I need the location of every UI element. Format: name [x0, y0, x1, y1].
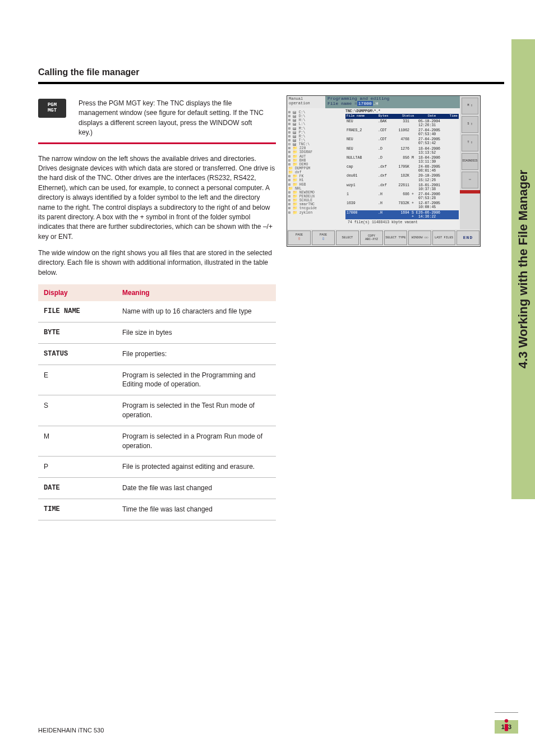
file-row: NULLTAB.D856M18-04-2006 13:11:30 [345, 155, 459, 164]
hdr-name: File name [347, 114, 365, 118]
file-cell: .dxf [378, 174, 395, 182]
sidebar-slot: S ▯ [462, 116, 478, 133]
display-cell: STATUS [38, 343, 117, 365]
table-row: PFile is protected against editing and e… [38, 457, 276, 478]
file-cell: 05-10-2004 12:26:31 [418, 119, 458, 127]
file-cell: 1639 [347, 201, 378, 209]
meaning-cell: File is protected against editing and er… [117, 457, 276, 478]
tree-item: ⊞ 🖴 P:\ [288, 131, 343, 135]
shot-sub-ext: .H [373, 101, 379, 106]
file-cell [412, 183, 418, 191]
shot-path: TNC:\DUMPPGM\*.* [345, 109, 459, 113]
shot-title-bar: Programming and editing File name =17000… [325, 96, 460, 108]
table-row: FILE NAMEName with up to 16 characters a… [38, 301, 276, 322]
display-cell: BYTE [38, 322, 117, 344]
file-cell: .dxf [378, 183, 395, 191]
hdr-time: Time [450, 114, 458, 118]
display-cell: P [38, 457, 117, 478]
file-cell [412, 119, 418, 127]
display-cell: S [38, 395, 117, 426]
meaning-cell: Program is selected in a Program Run mod… [117, 426, 276, 457]
file-row: 17000.H1694S E +26-06-2006 14:36:22 [345, 210, 459, 219]
shot-vacant: 74 file(s) 11488413 kbyte vacant [345, 219, 459, 225]
sidebar-red-indicator [460, 190, 480, 193]
file-cell: cap [347, 165, 378, 173]
file-cell: 1694 [395, 211, 412, 219]
tree-item: ⊞ 📁 3DGRAF [288, 150, 343, 154]
sidebar-slot: T ▯ [462, 135, 478, 151]
softkey: WINDOW ▭▭ [408, 231, 431, 245]
tree-item: ⊞ 📁 tncguide [288, 206, 343, 210]
softkey: LAST FILES [432, 231, 455, 245]
key-description: Press the PGM MGT key: The TNC displays … [79, 99, 266, 138]
file-cell: 18-04-2006 13:11:30 [418, 156, 458, 164]
body-para-2: The wide window on the right shows you a… [38, 248, 276, 278]
file-cell: 182K [395, 174, 412, 182]
file-cell [412, 174, 418, 182]
table-row: BYTEFile size in bytes [38, 322, 276, 344]
file-cell: FRAES_2 [347, 128, 378, 136]
tnc-screenshot: Manual operation Programming and editing… [287, 95, 481, 247]
shot-sub-hl: 17000 [357, 101, 373, 106]
file-cell: 4768 [395, 137, 412, 145]
tree-item: ⊞ 🖴 M:\ [288, 127, 343, 131]
table-row: EProgram is selected in the Programming … [38, 365, 276, 395]
file-cell: .H [378, 192, 395, 200]
file-cell: NULLTAB [347, 156, 378, 164]
section-heading: Calling the file manager [38, 67, 504, 77]
file-cell: 1276 [395, 147, 412, 155]
table-row: SProgram is selected in the Test Run mod… [38, 395, 276, 426]
shot-sub-prefix: File name = [328, 101, 357, 106]
file-cell: NEU [347, 137, 378, 145]
table-row: STATUSFile properties: [38, 343, 276, 365]
footer-left: HEIDENHAIN iTNC 530 [38, 727, 104, 734]
red-rule [38, 142, 276, 144]
info-icon-wrap [495, 712, 518, 737]
shot-right-sidebar: M ▯S ▯T ▯DIAGNOSIS▭ [460, 96, 480, 229]
meaning-cell: File properties: [117, 343, 276, 365]
shot-file-header: File name Bytes Status Date Time [345, 114, 459, 119]
file-cell: .dxf [378, 165, 395, 173]
file-row: deu01.dxf182K20-10-2005 15:12:26 [345, 173, 459, 182]
softkey: COPY ABC→XYZ [360, 231, 383, 245]
heading-rule [38, 82, 504, 84]
file-cell: .D [378, 147, 395, 155]
file-row: 1639.H7832K+12-07-2005 10:00:45 [345, 201, 459, 210]
file-cell: 27-04-2006 07:53:28 [418, 192, 458, 200]
file-cell: 1705K [395, 165, 412, 173]
file-cell [412, 165, 418, 173]
tree-item: ⊞ 📁 HGB [288, 183, 343, 187]
meaning-cell: Program is selected in the Programming a… [117, 365, 276, 395]
file-row: FRAES_2.CDT1106227-04-2005 07:53:40 [345, 128, 459, 137]
file-cell: 18-01-2001 10:37:38 [418, 183, 458, 191]
shot-mode: Manual operation [287, 96, 325, 108]
file-row: NEU.D127618-04-2006 13:13:52 [345, 146, 459, 155]
file-cell: 11062 [395, 128, 412, 136]
file-row: NEU.BAK33105-10-2004 12:26:31 [345, 119, 459, 128]
display-cell: M [38, 426, 117, 457]
body-para-1: The narrow window on the left shows the … [38, 154, 276, 242]
softkey: SELECT [336, 231, 359, 245]
sidebar-slot: ▭ [462, 172, 478, 188]
tree-item: ⊞ 📁 NEWDEMO [288, 191, 343, 195]
file-row: wzp1.dxf2261118-01-2001 10:37:38 [345, 183, 459, 192]
file-cell: 27-04-2005 07:53:40 [418, 128, 458, 136]
display-cell: FILE NAME [38, 301, 117, 322]
file-cell: 22611 [395, 183, 412, 191]
file-cell: wzp1 [347, 183, 378, 191]
file-cell: NEU [347, 147, 378, 155]
meaning-cell: Date the file was last changed [117, 478, 276, 499]
file-cell: 1 [347, 192, 378, 200]
file-cell: 686 [395, 192, 412, 200]
file-cell: .H [378, 201, 395, 209]
display-cell: TIME [38, 499, 117, 520]
tree-item: ⊞ 📁 H1 [288, 178, 343, 182]
shot-softkeys: PAGE⇧PAGE⇩SELECTCOPY ABC→XYZSELECT TYPEW… [287, 229, 480, 246]
table-row: DATEDate the file was last changed [38, 478, 276, 499]
shot-files: TNC:\DUMPPGM\*.* File name Bytes Status … [344, 108, 460, 229]
meaning-cell: Name with up to 16 characters and file t… [117, 301, 276, 322]
file-cell: NEU [347, 119, 378, 127]
file-cell: 12-07-2005 10:00:45 [418, 201, 458, 209]
file-cell: 18-04-2006 13:13:52 [418, 147, 458, 155]
file-cell: 7832K [395, 201, 412, 209]
